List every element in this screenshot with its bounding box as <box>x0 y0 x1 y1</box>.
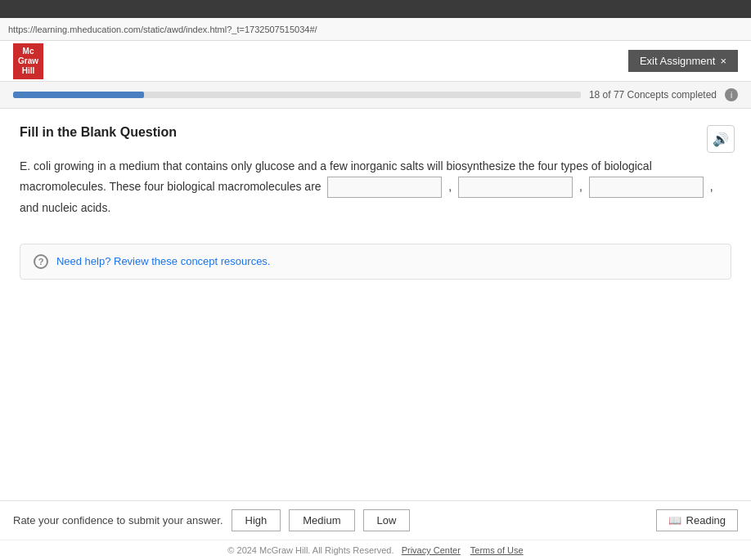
progress-bar-fill <box>13 92 144 98</box>
audio-button[interactable]: 🔊 <box>707 125 735 153</box>
help-section: ? Need help? Review these concept resour… <box>20 244 731 280</box>
main-content: 🔊 Fill in the Blank Question E. coli gro… <box>0 109 751 500</box>
logo: Mc Graw Hill <box>13 43 43 79</box>
comma-2: , <box>579 180 582 193</box>
progress-bar-container <box>13 92 581 98</box>
bottom-bar: Rate your confidence to submit your answ… <box>0 500 751 540</box>
blank-input-1[interactable] <box>327 177 442 198</box>
copyright-text: © 2024 McGraw Hill. All Rights Reserved. <box>227 545 393 555</box>
question-title: Fill in the Blank Question <box>20 125 731 140</box>
audio-icon: 🔊 <box>713 132 729 147</box>
browser-bar <box>0 0 751 18</box>
info-icon[interactable]: i <box>725 88 738 101</box>
low-confidence-button[interactable]: Low <box>363 509 411 531</box>
exit-assignment-button[interactable]: Exit Assignment × <box>628 50 738 72</box>
confidence-section: Rate your confidence to submit your answ… <box>13 509 410 531</box>
high-confidence-button[interactable]: High <box>232 509 281 531</box>
reading-label: Reading <box>686 514 726 526</box>
url-text: https://learning.mheducation.com/static/… <box>8 25 317 34</box>
progress-text: 18 of 77 Concepts completed <box>589 89 717 101</box>
app-container: Mc Graw Hill Exit Assignment × 18 of 77 … <box>0 41 751 560</box>
blank-input-2[interactable] <box>458 177 573 198</box>
privacy-center-link[interactable]: Privacy Center <box>402 545 461 555</box>
reading-button[interactable]: 📖 Reading <box>656 509 738 531</box>
url-bar: https://learning.mheducation.com/static/… <box>0 18 751 41</box>
copyright-bar: © 2024 McGraw Hill. All Rights Reserved.… <box>0 540 751 560</box>
reading-icon: 📖 <box>668 514 681 526</box>
top-header: Mc Graw Hill Exit Assignment × <box>0 41 751 82</box>
blank-input-3[interactable] <box>589 177 704 198</box>
progress-area: 18 of 77 Concepts completed i <box>0 82 751 109</box>
help-icon: ? <box>34 254 48 269</box>
question-body: E. coli growing in a medium that contain… <box>20 156 731 219</box>
help-link[interactable]: Need help? Review these concept resource… <box>56 255 271 267</box>
confidence-label: Rate your confidence to submit your answ… <box>13 514 223 526</box>
comma-1: , <box>448 180 452 193</box>
medium-confidence-button[interactable]: Medium <box>289 509 354 531</box>
terms-of-use-link[interactable]: Terms of Use <box>470 545 524 555</box>
